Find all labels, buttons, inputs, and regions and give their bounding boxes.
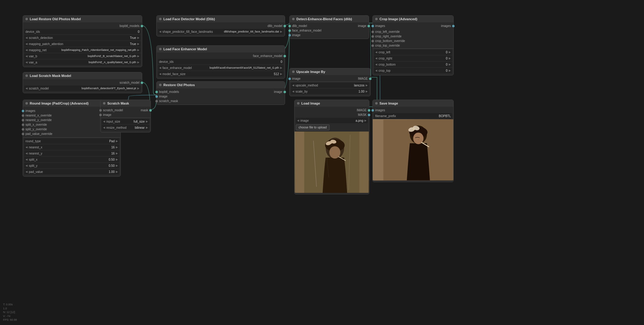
- port-image-upscale-out[interactable]: IMAGE: [355, 76, 370, 81]
- port-image-de-in[interactable]: image: [290, 33, 325, 37]
- port-right[interactable]: [452, 25, 455, 27]
- port-right[interactable]: [368, 109, 370, 112]
- status-line2: 1.0: [3, 307, 17, 311]
- port-mask-out[interactable]: MASK: [355, 113, 369, 117]
- port-bopbtl-models[interactable]: [141, 25, 143, 27]
- node-load-face-detector-header: Load Face Detector Model (Dlib): [157, 16, 285, 22]
- port-left[interactable]: [288, 25, 291, 27]
- port-dlib-in[interactable]: dlib_model: [290, 24, 325, 28]
- field-face-enhance-model[interactable]: ◀ face_enhance_model bopbtl\FaceEnhancem…: [158, 65, 284, 71]
- port-image-out[interactable]: IMAGE: [354, 108, 369, 113]
- field-pad-value[interactable]: ◀ pad_value 1.00 ▶: [24, 169, 119, 174]
- port-right[interactable]: [284, 91, 286, 93]
- node-dot: [292, 18, 295, 20]
- node-dot: [375, 18, 378, 20]
- port-image-out[interactable]: image: [271, 90, 285, 94]
- status-fps: FPS: 60.98: [3, 318, 17, 322]
- node-dot: [292, 71, 295, 73]
- port-images-save-in[interactable]: images: [373, 108, 453, 113]
- port-right[interactable]: [284, 25, 286, 27]
- port-image-upscale-in[interactable]: image: [290, 76, 303, 81]
- node-dot: [375, 102, 378, 105]
- field-mapping-net[interactable]: ◀ mapping_net bopbtl\mapping_Patch_Atten…: [24, 47, 141, 53]
- port-face-enhance-out[interactable]: face_enhance_model: [157, 54, 285, 58]
- field-scale-by[interactable]: ◀ scale_by 1.00 ▶: [291, 89, 369, 94]
- node-load-face-enhancer-header: Load Face Enhancer Model: [157, 46, 285, 52]
- port-images-crop-in[interactable]: images: [373, 24, 408, 28]
- field-shape-predictor[interactable]: ◀ shape_predictor_68_face_landmarks dlib…: [158, 29, 284, 34]
- field-vae-b[interactable]: ◀ vae_b bopbtl\VAE_B_scratch\latest_net_…: [24, 53, 141, 59]
- node-dot: [297, 102, 299, 105]
- field-nearest-x[interactable]: ◀ nearest_x 16 ▶: [24, 144, 119, 150]
- svg-rect-1: [295, 132, 304, 193]
- port-right[interactable]: [284, 55, 286, 57]
- field-crop-right-val[interactable]: ◀ crop_right 0 ▶: [374, 55, 452, 61]
- field-model-face-size[interactable]: ◀ model_face_size 512 ▶: [158, 71, 284, 77]
- port-mask-out[interactable]: mask: [138, 108, 151, 113]
- field-upscale-method[interactable]: ◀ upscale_method lanczos ▶: [291, 82, 369, 88]
- field-image-filename[interactable]: ◀ image a.png ▶: [296, 118, 368, 123]
- field-crop-left-val[interactable]: ◀ crop_left 0 ▶: [374, 49, 452, 55]
- field-round-type[interactable]: round_type Pad ▶: [24, 138, 119, 144]
- status-time: T: 0.00s: [3, 303, 17, 307]
- port-right[interactable]: [368, 114, 370, 116]
- port-split-y: split_y_override: [23, 127, 72, 132]
- port-left[interactable]: [22, 110, 24, 112]
- field-split-y[interactable]: ◀ split_y 0.50 ▶: [24, 163, 119, 168]
- port-image-de-out[interactable]: image: [355, 24, 369, 28]
- upload-button[interactable]: choose file to upload: [296, 124, 330, 130]
- port-right[interactable]: [368, 25, 370, 27]
- node-dot: [159, 18, 162, 20]
- port-bopbtl-in[interactable]: bopbtl_models: [157, 90, 182, 94]
- port-images-crop-out[interactable]: images: [438, 24, 453, 28]
- port-left[interactable]: [155, 95, 158, 98]
- port-crop-right-in: crop_right_override: [373, 34, 408, 39]
- node-title: Load Restore Old Photos Model: [30, 17, 81, 21]
- port-image-in[interactable]: image: [157, 94, 182, 99]
- port-left[interactable]: [288, 29, 291, 32]
- field-nearest-y[interactable]: ◀ nearest_y 16 ▶: [24, 151, 119, 156]
- port-left[interactable]: [372, 109, 374, 112]
- field-mapping-patch[interactable]: ◀ mapping_patch_attention True ▶: [24, 41, 141, 47]
- node-load-restore-header: Load Restore Old Photos Model: [23, 16, 142, 22]
- node-title: Restore Old Photos: [163, 83, 195, 87]
- port-left[interactable]: [372, 25, 374, 27]
- status-bar: T: 0.00s 1.0 N: 12 [12] V: -74 FPS: 60.9…: [3, 303, 17, 322]
- node-title: Upscale Image By: [296, 70, 325, 74]
- port-left[interactable]: [288, 78, 291, 80]
- port-left: [372, 35, 374, 38]
- port-left: [372, 44, 374, 47]
- port-left[interactable]: [155, 91, 158, 93]
- field-resize-method[interactable]: ◀ resize_method bilinear ▶: [102, 125, 149, 130]
- node-detect-enhance: Detect-Enhance-Blend Faces (dlib) dlib_m…: [289, 15, 369, 39]
- svg-point-19: [413, 128, 415, 130]
- port-scratch-model-out[interactable]: [141, 82, 143, 84]
- port-left: [22, 114, 24, 117]
- port-images-in[interactable]: images: [23, 109, 72, 113]
- node-load-restore: Load Restore Old Photos Model bopbtl_mod…: [23, 15, 142, 67]
- field-split-x[interactable]: ◀ split_x 0.50 ▶: [24, 157, 119, 162]
- field-scratch-detection[interactable]: ◀ scratch_detection True ▶: [24, 35, 141, 40]
- node-load-image: Load Image IMAGE MASK ◀ image a.png ▶: [294, 100, 369, 194]
- port-left: [372, 40, 374, 42]
- field-filename-prefix: filename_prefix BOPBTL: [374, 113, 452, 119]
- field-crop-bottom-val[interactable]: ◀ crop_bottom 0 ▶: [374, 62, 452, 67]
- node-load-face-detector: Load Face Detector Model (Dlib) dlib_mod…: [156, 15, 285, 36]
- field-crop-top-val[interactable]: ◀ crop_top 0 ▶: [374, 68, 452, 73]
- port-scratch-model-in: scratch_model: [101, 108, 126, 113]
- status-nodes: N: 12 [12]: [3, 310, 17, 314]
- node-title: Round Image (Pad/Crop) (Advanced): [30, 101, 89, 105]
- port-right[interactable]: [149, 109, 152, 112]
- port-dlib-model-out[interactable]: dlib_model: [157, 24, 285, 28]
- port-left[interactable]: [288, 34, 291, 36]
- port-crop-bottom-in: crop_bottom_override: [373, 39, 408, 43]
- field-input-size[interactable]: ◀ input_size full_size ▶: [102, 119, 149, 124]
- port-right[interactable]: [369, 78, 372, 80]
- field-scratch-model[interactable]: ◀ scratch_model bopbtl\scratch_detection…: [24, 86, 141, 91]
- port-face-enhance-in[interactable]: face_enhance_model: [290, 28, 325, 33]
- node-title: Detect-Enhance-Blend Faces (dlib): [296, 17, 352, 21]
- node-title: Crop Image (Advanced): [379, 17, 417, 21]
- node-upscale-header: Upscale Image By: [290, 68, 370, 75]
- node-dot: [25, 102, 28, 105]
- field-vae-a[interactable]: ◀ vae_a bopbtl\VAE_A_quality\latest_net_…: [24, 59, 141, 65]
